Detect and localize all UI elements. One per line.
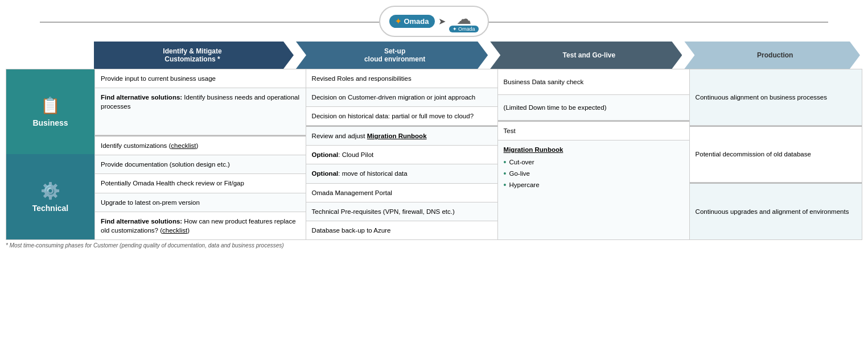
row-labels: 📋 Business ⚙️ Technical	[6, 69, 94, 239]
col2-biz-cell-3: Decision on historical data: partial or …	[306, 107, 497, 126]
col1-biz-text-1: Provide input to current business usage	[101, 75, 216, 82]
migration-item-cutover: Cut-over	[504, 158, 684, 167]
col-test: Business Data sanity check (Limited Down…	[497, 69, 689, 239]
migration-item-golive: Go-live	[504, 169, 684, 179]
col1-tech-text-2: Provide documentation (solution design e…	[101, 161, 230, 168]
phase-identify: Identify & Mitigate Customizations *	[94, 42, 294, 69]
business-label: 📋 Business	[6, 69, 94, 154]
arrow-icon: ➤	[438, 16, 446, 27]
col4-tech-cell-2: Continuous upgrades and alignment of env…	[690, 184, 862, 239]
migration-runbook-title: Migration Runbook	[504, 145, 684, 154]
col2-tech-bold-3: Optional	[312, 170, 339, 177]
col-identify: Provide input to current business usage …	[94, 69, 306, 239]
col1-tech-text-4: Upgrade to latest on-prem version	[101, 199, 200, 206]
col1-biz-cell-1: Provide input to current business usage	[95, 69, 306, 88]
col3-tech-cell-test: Test	[498, 122, 689, 140]
col2-biz-text-3: Decision on historical data: partial or …	[312, 113, 474, 119]
business-icon: 📋	[40, 96, 60, 115]
col3-biz-text-1: Business Data sanity check	[504, 78, 584, 85]
col1-tech-cell-5: Find alternative solutions: How can new …	[95, 212, 306, 239]
migration-item-hypercare: Hypercare	[504, 180, 684, 190]
col3-biz-cell-2: (Limited Down time to be expected)	[498, 95, 689, 121]
col3-biz-cell-1: Business Data sanity check	[498, 69, 689, 95]
col1-biz-bold-2: Find alternative solutions:	[101, 94, 182, 101]
col2-biz-cell-2: Decision on Customer-driven migration or…	[306, 88, 497, 107]
checklist-link-1[interactable]: checklist	[171, 142, 196, 149]
col2-tech-cell-5: Technical Pre-requisites (VPN, firewall,…	[306, 202, 497, 221]
col1-tech-cell-3: Potentially Omada Health check review or…	[95, 174, 306, 193]
col4-tech-text-2: Continuous upgrades and alignment of env…	[696, 207, 849, 216]
col1-biz-cell-2: Find alternative solutions: Identify bus…	[95, 88, 306, 135]
phase-setup: Set-up cloud environment	[296, 42, 488, 69]
star-icon: ✦	[395, 17, 401, 26]
col2-tech-cell-4: Omada Management Portal	[306, 184, 497, 202]
col-production: Continuous alignment on business process…	[689, 69, 862, 239]
col2-tech-text-3: move of historical data	[342, 170, 408, 177]
col2-tech-cell-3: Optional: move of historical data	[306, 164, 497, 183]
col2-tech-text-6: Database back-up to Azure	[312, 227, 391, 234]
col3-tech-test-text: Test	[504, 127, 516, 134]
phase-production: Production	[684, 42, 860, 69]
col-setup: Revised Roles and responsibilities Decis…	[306, 69, 497, 239]
phase-headers: Identify & Mitigate Customizations * Set…	[6, 42, 862, 69]
page-wrapper: ✦ Omada ➤ ☁ ✦ Omada Identify & Mitigate …	[6, 6, 862, 251]
omada-logo-old: ✦ Omada	[389, 15, 434, 28]
technical-label: ⚙️ Technical	[6, 154, 94, 239]
col2-tech-text-4: Omada Management Portal	[312, 189, 392, 196]
col2-tech-cell-2: Optional: Cloud Pilot	[306, 146, 497, 164]
col2-tech-text-5: Technical Pre-requisites (VPN, firewall,…	[312, 208, 455, 215]
col2-tech-cell-6: Database back-up to Azure	[306, 221, 497, 239]
col2-biz-cell-1: Revised Roles and responsibilities	[306, 69, 497, 88]
col1-tech-bold-5: Find alternative solutions:	[101, 218, 182, 225]
col1-tech-text-3: Potentially Omada Health check review or…	[101, 180, 244, 187]
col4-biz-text-1: Continuous alignment on business process…	[696, 93, 827, 102]
col3-tech-cell-migration: Migration Runbook Cut-over Go-live Hyper…	[498, 140, 689, 239]
col2-tech-bold-2: Optional	[312, 151, 339, 158]
col3-biz-text-2: (Limited Down time to be expected)	[504, 104, 607, 111]
cloud-container: ☁ ✦ Omada	[449, 10, 479, 32]
col4-tech-text-1: Potential decommission of old database	[696, 150, 811, 159]
omada-cloud-label: ✦ Omada	[449, 26, 479, 32]
col1-tech-cell-4: Upgrade to latest on-prem version	[95, 193, 306, 212]
col1-tech-cell-1: Identify customizations (checklist)	[95, 136, 306, 155]
col2-tech-cell-1: Review and adjust Migration Runbook	[306, 127, 497, 146]
col2-biz-text-2: Decision on Customer-driven migration or…	[312, 94, 476, 101]
technical-icon: ⚙️	[40, 181, 60, 200]
col4-tech-cell-1: Potential decommission of old database	[690, 127, 862, 183]
phase-test: Test and Go-live	[490, 42, 682, 69]
columns: Provide input to current business usage …	[94, 69, 862, 239]
migration-runbook-list: Cut-over Go-live Hypercare	[504, 158, 684, 189]
col1-tech-cell-2: Provide documentation (solution design e…	[95, 155, 306, 174]
col2-tech-text-2: Cloud Pilot	[342, 151, 374, 158]
col4-biz-cell-1: Continuous alignment on business process…	[690, 69, 862, 126]
migration-runbook-title-text: Migration Runbook	[504, 146, 563, 153]
logo-cloud: ✦ Omada ➤ ☁ ✦ Omada	[379, 6, 488, 37]
checklist-link-2[interactable]: checklist	[162, 227, 187, 234]
migration-runbook-link[interactable]: Migration Runbook	[367, 133, 427, 139]
timeline-row: ✦ Omada ➤ ☁ ✦ Omada	[6, 6, 862, 37]
footnote: * Most time-consuming phases for Custome…	[6, 240, 862, 251]
main-grid: 📋 Business ⚙️ Technical Provide input to…	[6, 69, 862, 240]
col2-biz-text-1: Revised Roles and responsibilities	[312, 75, 412, 82]
omada-label: Omada	[404, 17, 429, 26]
star-icon-2: ✦	[452, 26, 457, 32]
